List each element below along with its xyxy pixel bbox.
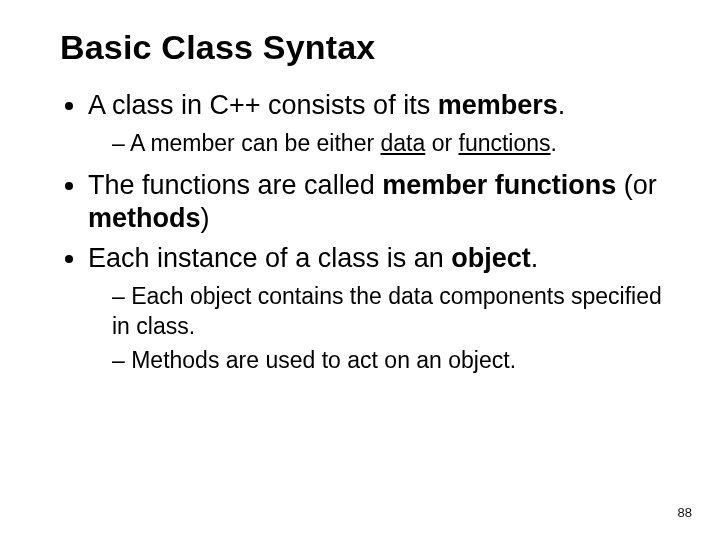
- bullet-1-text-a: A class in C++ consists of its: [88, 90, 438, 120]
- sub-1: A member can be either data or functions…: [112, 129, 670, 159]
- bullet-2-b2: methods: [88, 203, 201, 233]
- bullet-1: A class in C++ consists of its members. …: [88, 89, 670, 159]
- slide-title: Basic Class Syntax: [60, 28, 670, 67]
- page-number: 88: [678, 505, 692, 520]
- bullet-2-e: ): [201, 203, 210, 233]
- bullet-2-c: (or: [616, 170, 657, 200]
- sub-3: Methods are used to act on an object.: [112, 346, 670, 376]
- bullet-3-c: .: [531, 243, 539, 273]
- bullet-1-bold: members: [438, 90, 558, 120]
- slide: Basic Class Syntax A class in C++ consis…: [0, 0, 720, 540]
- sub-list-1: A member can be either data or functions…: [88, 129, 670, 159]
- bullet-3: Each instance of a class is an object. E…: [88, 242, 670, 375]
- sub-1-e: .: [551, 130, 557, 156]
- sub-1-u2: functions: [459, 130, 551, 156]
- bullet-2-a: The functions are called: [88, 170, 382, 200]
- sub-1-u1: data: [381, 130, 426, 156]
- sub-2: Each object contains the data components…: [112, 282, 670, 342]
- bullet-2: The functions are called member function…: [88, 169, 670, 237]
- sub-list-2: Each object contains the data components…: [88, 282, 670, 376]
- bullet-2-b1: member functions: [382, 170, 616, 200]
- bullet-3-b: object: [451, 243, 531, 273]
- sub-1-a: A member can be either: [130, 130, 381, 156]
- bullet-3-a: Each instance of a class is an: [88, 243, 451, 273]
- sub-1-c: or: [425, 130, 458, 156]
- bullet-1-text-c: .: [558, 90, 566, 120]
- bullet-list: A class in C++ consists of its members. …: [60, 89, 670, 376]
